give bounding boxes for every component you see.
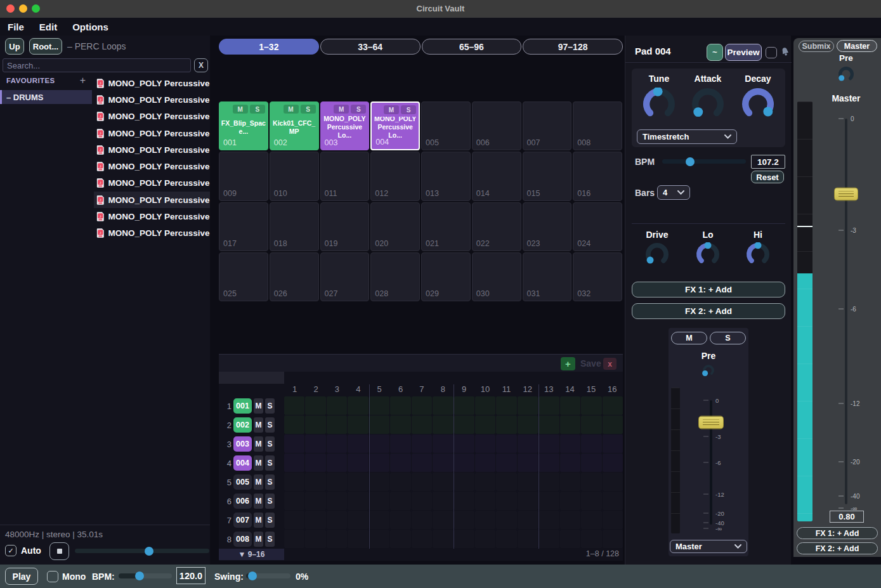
preview-loop-checkbox[interactable] xyxy=(766,47,777,58)
step-cell[interactable] xyxy=(538,396,559,415)
pad-fx1-button[interactable]: FX 1: + Add xyxy=(632,282,785,297)
step-cell[interactable] xyxy=(518,530,538,548)
step-cell[interactable] xyxy=(305,511,325,529)
slider-thumb[interactable] xyxy=(135,572,144,580)
pad-010[interactable]: 010 xyxy=(270,152,319,200)
step-cell[interactable] xyxy=(327,530,347,548)
step-cell[interactable] xyxy=(390,454,410,472)
tab-master[interactable]: Master xyxy=(837,40,877,52)
file-item[interactable]: ♪MONO_POLY Percussive Lo... xyxy=(94,158,210,174)
step-cell[interactable] xyxy=(433,511,453,529)
step-cell[interactable] xyxy=(581,415,601,434)
step-cell[interactable] xyxy=(518,511,538,529)
menu-edit[interactable]: Edit xyxy=(39,22,57,32)
row-solo-button[interactable]: S xyxy=(265,513,275,528)
search-clear-button[interactable]: X xyxy=(194,58,208,72)
step-cell[interactable] xyxy=(284,511,304,529)
step-cell[interactable] xyxy=(581,530,601,548)
step-cell[interactable] xyxy=(518,415,538,434)
step-cell[interactable] xyxy=(284,454,304,472)
step-cell[interactable] xyxy=(560,454,580,472)
favourite-item[interactable]: – DRUMS xyxy=(0,90,92,104)
step-cell[interactable] xyxy=(348,415,368,434)
step-cell[interactable] xyxy=(603,415,623,434)
step-cell[interactable] xyxy=(454,434,474,453)
row-pad-button[interactable]: 002 xyxy=(233,417,252,433)
step-cell[interactable] xyxy=(581,473,601,491)
row-solo-button[interactable]: S xyxy=(265,493,275,509)
pad-021[interactable]: 021 xyxy=(421,202,471,251)
add-pattern-button[interactable]: + xyxy=(561,357,575,370)
step-cell[interactable] xyxy=(475,415,495,434)
row-solo-button[interactable]: S xyxy=(265,417,275,433)
step-cell[interactable] xyxy=(305,473,325,491)
row-pad-button[interactable]: 001 xyxy=(233,398,252,414)
step-cell[interactable] xyxy=(433,473,453,491)
step-cell[interactable] xyxy=(390,434,410,453)
preview-volume-slider[interactable] xyxy=(75,549,209,553)
step-cell[interactable] xyxy=(603,511,623,529)
step-cell[interactable] xyxy=(284,396,304,415)
row-mute-button[interactable]: M xyxy=(254,474,263,490)
row-pad-button[interactable]: 003 xyxy=(233,436,252,452)
step-cell[interactable] xyxy=(390,396,410,415)
step-cell[interactable] xyxy=(581,511,601,529)
step-cell[interactable] xyxy=(390,415,410,434)
pad-020[interactable]: 020 xyxy=(370,202,420,251)
step-cell[interactable] xyxy=(369,454,389,472)
step-cell[interactable] xyxy=(412,434,432,453)
step-cell[interactable] xyxy=(560,492,580,510)
step-cell[interactable] xyxy=(475,434,495,453)
step-cell[interactable] xyxy=(603,492,623,510)
step-cell[interactable] xyxy=(454,511,474,529)
step-cell[interactable] xyxy=(560,473,580,491)
pad-004[interactable]: MSMONO_POLY Percussive Lo...004 xyxy=(370,101,420,150)
pad-013[interactable]: 013 xyxy=(421,152,471,200)
pad-fx2-button[interactable]: FX 2: + Add xyxy=(632,303,785,319)
strip-route-dropdown[interactable]: Master xyxy=(670,540,747,553)
step-cell[interactable] xyxy=(475,530,495,548)
strip-pre-knob[interactable] xyxy=(702,364,715,377)
step-cell[interactable] xyxy=(327,454,347,472)
bank-tab-1–32[interactable]: 1–32 xyxy=(219,39,319,55)
slider-thumb[interactable] xyxy=(145,547,153,556)
pad-mute-button[interactable]: M xyxy=(233,105,248,114)
bank-tab-33–64[interactable]: 33–64 xyxy=(320,39,421,55)
pad-solo-button[interactable]: S xyxy=(250,105,265,114)
pad-007[interactable]: 007 xyxy=(523,101,572,150)
step-cell[interactable] xyxy=(369,530,389,548)
step-cell[interactable] xyxy=(538,492,559,510)
step-cell[interactable] xyxy=(475,492,495,510)
row-pad-button[interactable]: 005 xyxy=(233,474,252,490)
step-cell[interactable] xyxy=(305,434,325,453)
strip-solo-button[interactable]: S xyxy=(710,332,746,344)
step-cell[interactable] xyxy=(433,530,453,548)
search-input[interactable] xyxy=(3,58,191,72)
step-cell[interactable] xyxy=(560,415,580,434)
pad-008[interactable]: 008 xyxy=(573,101,622,150)
up-button[interactable]: Up xyxy=(5,38,24,55)
strip-mute-button[interactable]: M xyxy=(671,332,707,344)
pad-019[interactable]: 019 xyxy=(320,202,370,251)
step-cell[interactable] xyxy=(412,396,432,415)
step-cell[interactable] xyxy=(433,396,453,415)
row-solo-button[interactable]: S xyxy=(265,398,275,414)
play-button[interactable]: Play xyxy=(5,568,38,585)
pad-mute-button[interactable]: M xyxy=(384,105,399,114)
step-cell[interactable] xyxy=(538,415,559,434)
step-cell[interactable] xyxy=(284,530,304,548)
step-cell[interactable] xyxy=(369,434,389,453)
row-mute-button[interactable]: M xyxy=(254,513,263,528)
bank-tab-97–128[interactable]: 97–128 xyxy=(523,39,623,55)
swing-slider[interactable] xyxy=(246,573,290,578)
step-cell[interactable] xyxy=(348,396,368,415)
step-cell[interactable] xyxy=(496,434,516,453)
master-fx1-button[interactable]: FX 1: + Add xyxy=(797,527,878,539)
transport-bpm-slider[interactable] xyxy=(119,573,172,578)
step-cell[interactable] xyxy=(327,492,347,510)
step-cell[interactable] xyxy=(560,396,580,415)
pad-solo-button[interactable]: S xyxy=(301,105,316,114)
step-cell[interactable] xyxy=(433,415,453,434)
step-cell[interactable] xyxy=(560,434,580,453)
step-cell[interactable] xyxy=(390,492,410,510)
